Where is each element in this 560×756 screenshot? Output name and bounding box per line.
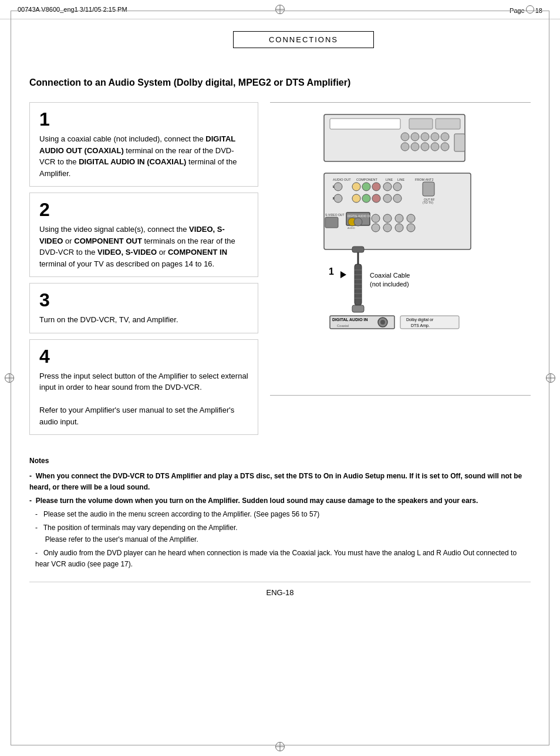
- reg-mark-right: [546, 373, 555, 383]
- svg-point-4: [401, 133, 409, 141]
- svg-text:1: 1: [329, 266, 334, 276]
- svg-marker-56: [340, 271, 346, 278]
- svg-point-34: [362, 194, 370, 203]
- svg-point-9: [401, 143, 409, 151]
- connections-title: Connections: [269, 35, 338, 44]
- svg-point-33: [352, 194, 360, 203]
- note-item-1: - When you connect the DVD-VCR to DTS Am…: [29, 471, 531, 493]
- svg-text:FROM ANT2: FROM ANT2: [415, 178, 433, 181]
- svg-rect-14: [454, 134, 465, 151]
- svg-point-36: [383, 194, 392, 203]
- svg-text:(TO TV): (TO TV): [423, 201, 433, 204]
- svg-point-25: [372, 183, 380, 191]
- note-item-3: - Please set the audio in the menu scree…: [29, 509, 531, 520]
- svg-point-48: [407, 214, 415, 222]
- dvd-vcr-device-diagram: AUDIO OUT COMPONENT LINE LINE FROM ANT2 …: [318, 112, 483, 335]
- svg-rect-28: [423, 182, 434, 196]
- svg-text:DTS Amp.: DTS Amp.: [411, 323, 430, 328]
- reg-mark-bottom: [275, 742, 285, 751]
- svg-point-26: [383, 183, 392, 191]
- step-2-text: Using the video signal cable(s), connect…: [39, 224, 248, 269]
- svg-point-8: [441, 133, 449, 141]
- svg-text:LINE: LINE: [386, 178, 393, 181]
- svg-point-7: [431, 133, 439, 141]
- main-heading: Connection to an Audio System (Dolby dig…: [29, 76, 531, 89]
- svg-point-11: [421, 143, 429, 151]
- svg-point-22: [334, 183, 342, 191]
- step-3-number: 3: [39, 291, 248, 309]
- svg-point-10: [411, 143, 419, 151]
- step-1-number: 1: [39, 110, 248, 129]
- step-4-text: Press the input select button of the Amp…: [39, 370, 248, 428]
- svg-text:DIGITAL AUDIO OUT: DIGITAL AUDIO OUT: [348, 215, 373, 218]
- notes-title: Notes: [29, 455, 531, 467]
- svg-rect-68: [352, 305, 364, 312]
- header-page-label: Page18: [510, 5, 542, 14]
- reg-mark-left: [5, 373, 14, 383]
- left-column: 1 Using a coaxial cable (not included), …: [29, 102, 258, 441]
- svg-point-50: [383, 224, 392, 232]
- step-3: 3 Turn on the DVD-VCR, TV, and Amplifier…: [29, 283, 258, 333]
- svg-point-52: [407, 224, 415, 232]
- step-4: 4 Press the input select button of the A…: [29, 339, 258, 436]
- svg-text:Coaxial: Coaxial: [337, 324, 349, 328]
- step-1-text: Using a coaxial cable (not included), co…: [39, 133, 248, 179]
- page-number: ENG-18: [266, 588, 294, 597]
- svg-rect-1: [330, 119, 400, 129]
- header-left-text: 00743A V8600_eng1 3/11/05 2:15 PM: [18, 6, 127, 13]
- svg-text:Dolby digital or: Dolby digital or: [406, 318, 434, 322]
- svg-point-73: [380, 320, 385, 325]
- svg-point-6: [421, 133, 429, 141]
- step-3-text: Turn on the DVD-VCR, TV, and Amplifier.: [39, 314, 248, 326]
- svg-point-35: [372, 194, 380, 203]
- page-content: Connections Connection to an Audio Syste…: [0, 19, 560, 615]
- svg-text:AUDIO: AUDIO: [348, 227, 355, 230]
- svg-point-12: [431, 143, 439, 151]
- svg-text:(not included): (not included): [370, 281, 409, 288]
- svg-text:DIGITAL AUDIO IN: DIGITAL AUDIO IN: [332, 318, 368, 322]
- svg-rect-39: [325, 217, 338, 228]
- step-4-number: 4: [39, 347, 248, 366]
- svg-point-46: [383, 214, 392, 222]
- page-footer: ENG-18: [29, 582, 531, 597]
- note-item-5: - Only audio from the DVD player can he …: [29, 548, 531, 570]
- svg-text:COMPONENT: COMPONENT: [356, 178, 377, 181]
- svg-point-43: [354, 218, 362, 226]
- svg-point-32: [334, 194, 342, 203]
- notes-section: Notes - When you connect the DVD-VCR to …: [29, 455, 531, 570]
- note-item-2: - Please turn the volume down when you t…: [29, 495, 531, 507]
- reg-mark-top: [275, 5, 285, 14]
- svg-text:Coaxial Cable: Coaxial Cable: [370, 272, 410, 279]
- note-item-4: - The position of terminals may vary dep…: [29, 522, 531, 545]
- step-2: 2 Using the video signal cable(s), conne…: [29, 193, 258, 277]
- step-2-number: 2: [39, 200, 248, 219]
- svg-point-23: [352, 183, 360, 191]
- svg-text:AUDIO OUT: AUDIO OUT: [333, 178, 351, 181]
- svg-text:S-VIDEO OUT: S-VIDEO OUT: [325, 213, 345, 217]
- svg-rect-54: [352, 247, 364, 252]
- diagram-area: AUDIO OUT COMPONENT LINE LINE FROM ANT2 …: [276, 109, 525, 338]
- svg-point-5: [411, 133, 419, 141]
- svg-point-13: [441, 143, 449, 151]
- svg-rect-2: [409, 119, 433, 129]
- reg-cross-inline: [526, 5, 534, 14]
- connections-box: Connections: [233, 31, 374, 48]
- step-1: 1 Using a coaxial cable (not included), …: [29, 102, 258, 187]
- svg-point-45: [372, 214, 380, 222]
- svg-text:LINE: LINE: [397, 178, 405, 181]
- svg-point-47: [395, 214, 403, 222]
- svg-point-51: [395, 224, 403, 232]
- svg-point-37: [393, 194, 402, 203]
- right-column: AUDIO OUT COMPONENT LINE LINE FROM ANT2 …: [270, 102, 531, 396]
- svg-rect-3: [436, 119, 460, 129]
- svg-point-24: [362, 183, 370, 191]
- svg-point-27: [393, 183, 402, 191]
- svg-point-49: [372, 224, 380, 232]
- two-col-layout: 1 Using a coaxial cable (not included), …: [29, 102, 531, 441]
